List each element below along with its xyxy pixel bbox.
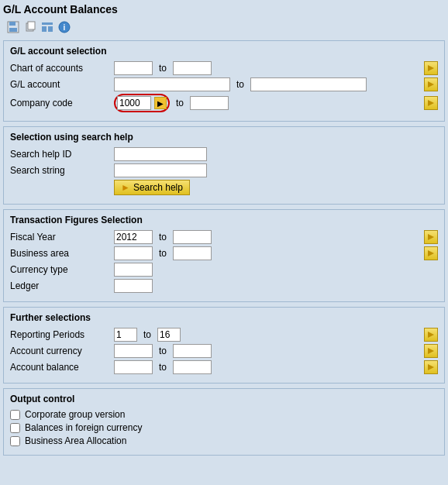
balances-foreign-currency-row: Balances in foreign currency [10, 422, 438, 433]
reporting-periods-range-btn[interactable] [424, 328, 438, 342]
business-area-range-btn[interactable] [424, 246, 438, 260]
svg-marker-10 [428, 65, 434, 71]
toolbar: i [3, 19, 445, 36]
company-code-range-btn[interactable] [424, 96, 438, 110]
company-code-to-input[interactable] [190, 96, 229, 110]
svg-rect-6 [42, 26, 47, 32]
ledger-label: Ledger [10, 280, 111, 291]
search-help-button-row: ► Search help [10, 180, 438, 195]
business-area-input[interactable] [114, 246, 153, 260]
layout-icon[interactable] [40, 20, 54, 34]
gl-account-input[interactable] [114, 77, 230, 91]
reporting-periods-to: to [143, 329, 151, 340]
search-help-id-input[interactable] [114, 147, 207, 161]
svg-marker-13 [428, 234, 434, 240]
svg-rect-4 [28, 22, 35, 29]
account-currency-input[interactable] [114, 344, 153, 358]
company-code-to: to [176, 98, 184, 108]
chart-of-accounts-row: Chart of accounts to [10, 61, 438, 75]
fiscal-year-to-input[interactable] [173, 230, 212, 244]
chart-of-accounts-input[interactable] [114, 61, 153, 75]
business-area-label: Business area [10, 248, 111, 259]
company-code-input[interactable] [117, 96, 151, 110]
output-control-title: Output control [10, 394, 438, 404]
business-area-row: Business area to [10, 246, 438, 260]
further-selections-title: Further selections [10, 312, 438, 323]
svg-text:i: i [64, 23, 66, 32]
search-help-btn-icon: ► [121, 182, 130, 193]
account-currency-to-input[interactable] [173, 344, 212, 358]
corporate-group-row: Corporate group version [10, 409, 438, 420]
gl-account-to-input[interactable] [250, 77, 367, 91]
svg-marker-14 [428, 250, 434, 256]
balances-foreign-currency-label: Balances in foreign currency [25, 422, 142, 433]
fiscal-year-row: Fiscal Year to [10, 230, 438, 244]
currency-type-label: Currency type [10, 264, 111, 275]
output-control-section: Output control Corporate group version B… [3, 388, 445, 456]
page-title: G/L Account Balances [3, 3, 445, 15]
search-help-button[interactable]: ► Search help [114, 180, 190, 195]
svg-marker-11 [428, 81, 434, 88]
svg-marker-15 [428, 332, 434, 338]
business-area-allocation-checkbox[interactable] [10, 436, 20, 446]
account-balance-to-input[interactable] [173, 360, 212, 374]
search-help-id-label: Search help ID [10, 149, 111, 160]
business-area-to: to [159, 248, 167, 259]
gl-account-to: to [236, 79, 244, 90]
business-area-allocation-row: Business Area Allocation [10, 435, 438, 446]
chart-of-accounts-label: Chart of accounts [10, 63, 111, 74]
account-currency-row: Account currency to [10, 344, 438, 358]
fiscal-year-to: to [159, 232, 167, 242]
chart-of-accounts-to-input[interactable] [173, 61, 212, 75]
svg-rect-7 [48, 26, 53, 32]
company-code-select-icon[interactable]: ▶ [154, 97, 167, 109]
reporting-periods-label: Reporting Periods [10, 329, 111, 340]
transaction-figures-title: Transaction Figures Selection [10, 215, 438, 225]
fiscal-year-range-btn[interactable] [424, 230, 438, 244]
reporting-periods-input[interactable] [114, 328, 137, 342]
search-help-id-row: Search help ID [10, 147, 438, 161]
account-currency-range-btn[interactable] [424, 344, 438, 358]
svg-marker-12 [428, 100, 434, 106]
company-code-highlight: ▶ [114, 94, 170, 112]
transaction-figures-section: Transaction Figures Selection Fiscal Yea… [3, 209, 445, 302]
search-string-input[interactable] [114, 163, 207, 177]
account-balance-to: to [159, 362, 167, 373]
company-code-label: Company code [10, 98, 111, 108]
chart-of-accounts-range-btn[interactable] [424, 61, 438, 75]
search-string-label: Search string [10, 165, 111, 176]
copy-icon[interactable] [23, 20, 37, 34]
gl-account-selection-title: G/L account selection [10, 46, 438, 57]
gl-account-label: G/L account [10, 79, 111, 90]
business-area-allocation-label: Business Area Allocation [25, 435, 126, 446]
ledger-input[interactable] [114, 279, 153, 293]
corporate-group-checkbox[interactable] [10, 410, 20, 420]
currency-type-input[interactable] [114, 263, 153, 277]
account-balance-row: Account balance to [10, 360, 438, 374]
search-help-title: Selection using search help [10, 132, 438, 143]
svg-rect-1 [9, 22, 16, 26]
fiscal-year-input[interactable] [114, 230, 153, 244]
business-area-to-input[interactable] [173, 246, 212, 260]
gl-account-range-btn[interactable] [424, 77, 438, 91]
further-selections-section: Further selections Reporting Periods to … [3, 307, 445, 384]
reporting-periods-row: Reporting Periods to [10, 328, 438, 342]
account-currency-to: to [159, 346, 167, 356]
account-balance-input[interactable] [114, 360, 153, 374]
reporting-periods-to-input[interactable] [157, 328, 181, 342]
info-icon[interactable]: i [57, 20, 71, 34]
balances-foreign-currency-checkbox[interactable] [10, 423, 20, 433]
chart-of-accounts-to: to [159, 63, 167, 74]
save-icon[interactable] [6, 20, 20, 34]
search-help-btn-label: Search help [133, 182, 183, 193]
fiscal-year-label: Fiscal Year [10, 232, 111, 242]
svg-marker-17 [428, 364, 434, 370]
svg-rect-2 [9, 28, 17, 32]
gl-account-row: G/L account to [10, 77, 438, 91]
corporate-group-label: Corporate group version [25, 409, 125, 420]
account-currency-label: Account currency [10, 346, 111, 356]
account-balance-range-btn[interactable] [424, 360, 438, 374]
svg-rect-5 [42, 22, 53, 25]
ledger-row: Ledger [10, 279, 438, 293]
svg-marker-16 [428, 348, 434, 354]
